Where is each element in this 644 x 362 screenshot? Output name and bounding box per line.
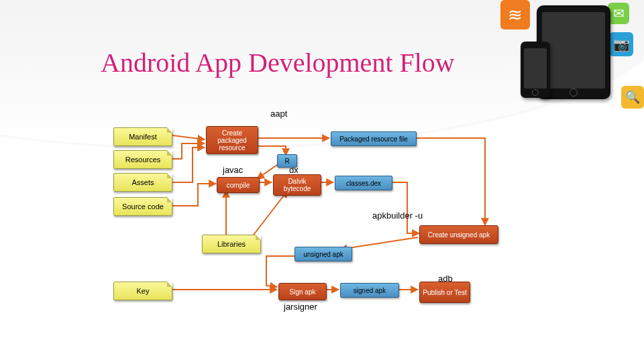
node-compile: compile	[217, 177, 260, 193]
camera-icon: 📷	[609, 32, 633, 56]
node-publish-or-test: Publish or Test	[419, 282, 470, 303]
node-classes-dex: classes.dex	[335, 176, 392, 190]
node-libraries: Libraries	[202, 235, 261, 253]
search-icon: 🔍	[621, 86, 644, 109]
label-aapt: aapt	[270, 109, 287, 119]
rss-icon: ≋	[500, 0, 530, 29]
label-apkbuilder: apkbuilder -u	[372, 210, 423, 221]
flow-diagram: aapt javac dx apkbuilder -u jarsigner ad…	[112, 115, 535, 330]
node-packaged-resource-file: Packaged resource file	[331, 131, 417, 146]
phone-icon	[521, 42, 550, 98]
node-assets: Assets	[113, 173, 172, 192]
node-r: R	[277, 154, 297, 168]
node-unsigned-apk: unsigned apk	[294, 247, 352, 261]
chat-icon: ✉	[608, 3, 629, 24]
node-create-packaged-resource: Create packaged resource	[206, 126, 258, 154]
node-resources: Resources	[113, 150, 172, 169]
node-dalvik-bytecode: Dalvik bytecode	[273, 174, 321, 196]
node-key: Key	[113, 282, 172, 300]
page-title: Android App Development Flow	[101, 47, 455, 78]
label-jarsigner: jarsigner	[284, 302, 317, 312]
node-manifest: Manifest	[113, 127, 172, 146]
node-sign-apk: Sign apk	[278, 283, 327, 300]
node-source-code: Source code	[113, 197, 172, 216]
node-signed-apk: signed apk	[340, 283, 399, 298]
label-javac: javac	[223, 165, 243, 175]
node-create-unsigned-apk: Create unsigned apk	[419, 225, 498, 244]
